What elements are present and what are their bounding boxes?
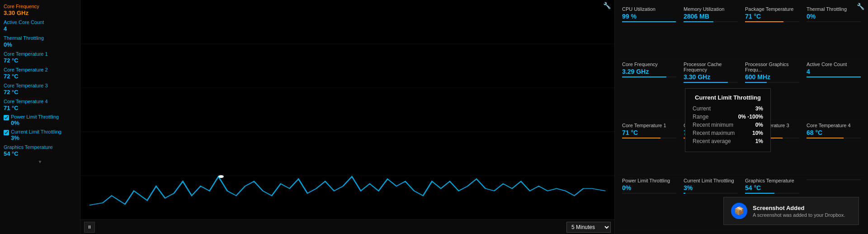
time-range-select[interactable]: 5 Minutes 10 Minutes 1 Minute 30 Seconds (566, 222, 611, 233)
metric-bar-graphics-temperature-right (745, 193, 799, 194)
sidebar-value-core-temp-2: 72 °C (4, 73, 19, 80)
sidebar-item-core-temp-1[interactable]: Core Temperature 1 72 °C (0, 49, 80, 65)
checkbox-power-limit-throttling[interactable] (4, 115, 9, 120)
tooltip-row-recent-minimum: Recent minimum 0% (693, 122, 763, 128)
metric-cell-core-temp-4-right: Core Temperature 4 68 °C (803, 120, 864, 175)
sidebar-item-graphics-temperature[interactable]: Graphics Temperature 54 °C (0, 143, 80, 158)
svg-point-5 (218, 175, 224, 178)
metric-bar-active-core-count-right (807, 76, 861, 77)
metric-label-thermal-throttling-right: Thermal Throttling (807, 6, 861, 12)
pause-button[interactable]: ⏸ (84, 222, 95, 233)
sidebar: Core Frequency 3.30 GHz Active Core Coun… (0, 0, 80, 234)
metric-bar-core-temp-1-right (622, 138, 676, 138)
tooltip-row-range: Range 0% -100% (693, 114, 763, 120)
sidebar-item-active-core-count[interactable]: Active Core Count 4 (0, 18, 80, 33)
dropbox-icon: 📦 (731, 203, 747, 219)
metric-cell-core-frequency-right: Core Frequency 3.29 GHz (618, 59, 680, 119)
metric-cell-core-temp-1-right: Core Temperature 1 71 °C (618, 120, 680, 175)
metric-bar-fill-active-core-count-right (807, 76, 861, 77)
sidebar-label-core-frequency: Core Frequency (4, 4, 39, 9)
metric-cell-cpu-utilization: CPU Utilization 99 % (618, 4, 680, 59)
metric-bar-memory-utilization (684, 21, 738, 22)
metric-bar-processor-graphics-freq (745, 82, 799, 83)
sidebar-value-current-limit-throttling: 3% (11, 134, 61, 141)
sidebar-label-power-limit-throttling: Power Limit Throttling (11, 114, 59, 119)
tooltip-key: Range (693, 114, 708, 120)
sidebar-label-core-temp-2: Core Temperature 2 (4, 67, 48, 72)
metric-bar-fill-current-limit-throttling-right (684, 193, 685, 194)
metric-value-processor-graphics-freq: 600 MHz (745, 73, 799, 81)
metric-bar-fill-package-temperature (745, 21, 783, 22)
right-panel-settings-icon[interactable]: 🔧 (857, 3, 864, 10)
metric-value-power-limit-throttling-right: 0% (622, 184, 676, 191)
metric-bar-processor-cache-frequency (684, 82, 738, 83)
chart-toolbar: 🔧 (603, 2, 611, 9)
metric-value-cpu-utilization: 99 % (622, 13, 676, 20)
main-area: 🔧 ⏸ 5 Minutes 10 Minutes 1 Minute 30 Sec… (80, 0, 615, 234)
metric-bar-cpu-utilization (622, 21, 676, 22)
chart-settings-icon[interactable]: 🔧 (603, 2, 611, 9)
metric-label-core-temp-4-right: Core Temperature 4 (807, 123, 861, 128)
tooltip-key: Recent average (693, 138, 731, 144)
sidebar-label-core-temp-4: Core Temperature 4 (4, 99, 48, 104)
sidebar-label-active-core-count: Active Core Count (4, 19, 44, 25)
sidebar-item-core-temp-2[interactable]: Core Temperature 2 72 °C (0, 65, 80, 81)
sidebar-item-core-temp-4[interactable]: Core Temperature 4 71 °C (0, 97, 80, 113)
metric-value-memory-utilization: 2806 MB (684, 13, 738, 20)
checkbox-current-limit-throttling[interactable] (4, 130, 9, 135)
sidebar-label-core-temp-3: Core Temperature 3 (4, 83, 48, 88)
chart-container: 🔧 (80, 0, 615, 220)
sidebar-value-active-core-count: 4 (4, 25, 7, 32)
tooltip-val: 10% (752, 130, 763, 136)
metric-bar-fill-core-temp-4-right (807, 138, 844, 138)
metric-bar-core-temp-4-right (807, 138, 861, 138)
sidebar-value-power-limit-throttling: 0% (11, 119, 59, 126)
metric-bar-fill-graphics-temperature-right (745, 193, 774, 194)
notification-text: Screenshot Added A screenshot was added … (753, 205, 845, 218)
sidebar-item-core-frequency[interactable]: Core Frequency 3.30 GHz (0, 2, 80, 18)
metric-label-processor-graphics-freq: Processor Graphics Frequ... (745, 62, 799, 72)
notification-title: Screenshot Added (753, 205, 845, 211)
metric-value-core-temp-4-right: 68 °C (807, 129, 861, 136)
current-limit-throttling-tooltip: Current Limit Throttling Current 3% Rang… (685, 88, 771, 152)
chart-controls: ⏸ 5 Minutes 10 Minutes 1 Minute 30 Secon… (80, 220, 615, 234)
tooltip-key: Recent maximum (693, 130, 735, 136)
metric-value-core-frequency-right: 3.29 GHz (622, 68, 676, 75)
sidebar-value-thermal-throttling: 0% (4, 41, 12, 48)
tooltip-key: Recent minimum (693, 122, 733, 128)
sidebar-label-core-temp-1: Core Temperature 1 (4, 51, 48, 57)
tooltip-row-recent-average: Recent average 1% (693, 138, 763, 144)
metric-bar-power-limit-throttling-right (622, 193, 676, 194)
tooltip-val: 3% (755, 105, 763, 112)
metric-value-thermal-throttling-right: 0% (807, 13, 861, 20)
metric-value-active-core-count-right: 4 (807, 68, 861, 75)
sidebar-item-current-limit-throttling[interactable]: Current Limit Throttling 3% (0, 128, 80, 143)
tooltip-val: 0% -100% (738, 114, 763, 120)
sidebar-value-graphics-temperature: 54 °C (4, 150, 19, 157)
metric-cell-package-temperature: Package Temperature 71 °C (741, 4, 803, 59)
metric-bar-fill-memory-utilization (684, 21, 713, 22)
sidebar-label-current-limit-throttling: Current Limit Throttling (11, 129, 61, 134)
sidebar-scroll-down[interactable]: ▼ (0, 158, 80, 165)
sidebar-label-thermal-throttling: Thermal Throttling (4, 35, 44, 41)
metric-cell-power-limit-throttling-right: Power Limit Throttling 0% (618, 175, 680, 230)
metric-value-package-temperature: 71 °C (745, 13, 799, 20)
screenshot-notification: 📦 Screenshot Added A screenshot was adde… (723, 197, 859, 225)
metric-label-current-limit-throttling-right: Current Limit Throttling (684, 178, 738, 183)
sidebar-item-core-temp-3[interactable]: Core Temperature 3 72 °C (0, 81, 80, 97)
metric-label-core-temp-1-right: Core Temperature 1 (622, 123, 676, 128)
tooltip-title: Current Limit Throttling (693, 94, 763, 101)
metric-label-package-temperature: Package Temperature (745, 6, 799, 12)
metric-label-power-limit-throttling-right: Power Limit Throttling (622, 178, 676, 183)
sidebar-item-power-limit-throttling[interactable]: Power Limit Throttling 0% (0, 113, 80, 128)
metric-label-graphics-temperature-right: Graphics Temperature (745, 178, 799, 183)
metric-cell-memory-utilization: Memory Utilization 2806 MB (680, 4, 741, 59)
metric-bar-empty (807, 179, 861, 180)
metric-cell-active-core-count-right: Active Core Count 4 (803, 59, 864, 119)
metric-bar-thermal-throttling-right (807, 21, 861, 22)
chart-svg (80, 0, 614, 220)
metric-label-processor-cache-frequency: Processor Cache Frequency (684, 62, 738, 72)
tooltip-row-current: Current 3% (693, 105, 763, 112)
sidebar-label-graphics-temperature: Graphics Temperature (4, 144, 53, 150)
sidebar-item-thermal-throttling[interactable]: Thermal Throttling 0% (0, 33, 80, 49)
